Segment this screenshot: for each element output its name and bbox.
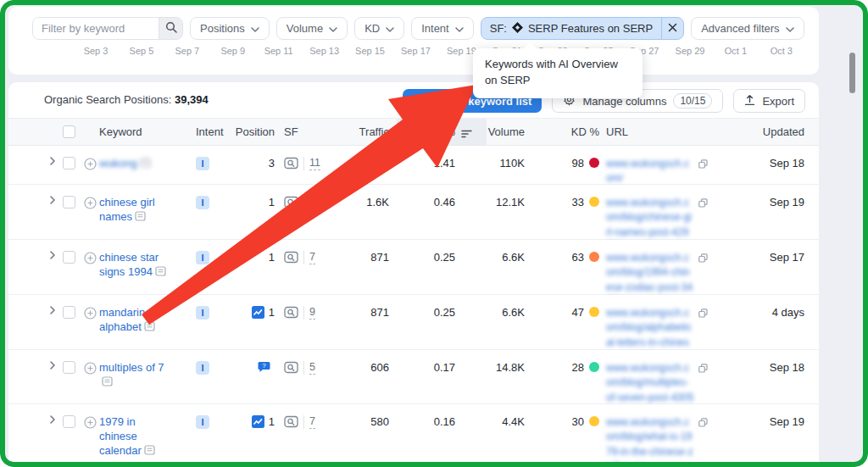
keyword-link[interactable]: chinese star signs 1994 <box>99 251 169 280</box>
snapshot-icon <box>144 321 155 331</box>
sf-chip-prefix: SF: <box>490 22 507 35</box>
header-traffic[interactable]: Traffic <box>335 119 389 145</box>
kd-difficulty-dot <box>589 416 599 426</box>
header-kd[interactable]: KD % <box>538 119 599 145</box>
expand-row-chevron-icon[interactable] <box>48 306 60 314</box>
keyword-filter-input[interactable] <box>33 18 159 39</box>
sf-count-link[interactable]: 7 <box>309 251 315 264</box>
axis-tick: Sep 17 <box>397 46 434 56</box>
filter-bar: Positions Volume KD Intent SF: SERP Feat… <box>32 17 804 40</box>
serp-preview-icon[interactable] <box>284 361 298 377</box>
sf-count-link[interactable]: 11 <box>309 157 320 170</box>
vertical-scrollbar-thumb[interactable] <box>849 53 855 93</box>
chevron-down-icon <box>251 22 259 35</box>
add-to-list-icon[interactable] <box>84 197 97 213</box>
header-sf[interactable]: SF <box>284 119 298 145</box>
url-link[interactable]: www.wukongsch.com/ <box>606 157 694 186</box>
updated-cell: Sep 19 <box>720 415 804 428</box>
volume-filter-dropdown[interactable]: Volume <box>276 17 348 40</box>
expand-row-chevron-icon[interactable] <box>48 415 60 424</box>
kd-filter-dropdown[interactable]: KD <box>354 17 404 40</box>
sf-cell: 11 <box>284 157 343 173</box>
sf-count-link[interactable]: 5 <box>309 361 315 375</box>
updated-cell: Sep 17 <box>720 251 804 264</box>
add-to-list-icon[interactable] <box>84 416 97 432</box>
external-link-icon[interactable] <box>698 196 708 211</box>
intent-filter-label: Intent <box>421 22 449 35</box>
row-checkbox[interactable] <box>63 415 75 428</box>
external-link-icon[interactable] <box>698 415 708 431</box>
axis-tick: Oct 3 <box>763 46 800 56</box>
header-url[interactable]: URL <box>606 119 628 145</box>
header-position[interactable]: Position <box>212 119 275 145</box>
add-to-list-icon[interactable] <box>84 307 97 323</box>
keyword-link[interactable]: mandarin alphabet <box>99 306 169 335</box>
row-checkbox-cell <box>63 415 76 428</box>
row-checkbox[interactable] <box>63 157 75 170</box>
table-row: multiples of 7 I ? 5 606 0.17 14.8K 28 w… <box>8 350 819 404</box>
traffic-pct-cell: 0.25 <box>403 306 455 319</box>
external-link-icon[interactable] <box>698 251 708 266</box>
serp-feature-position-icon <box>252 415 264 431</box>
row-checkbox[interactable] <box>63 251 75 264</box>
external-link-icon[interactable] <box>698 361 708 376</box>
sf-count-link[interactable]: 9 <box>309 306 315 320</box>
row-checkbox[interactable] <box>63 361 75 374</box>
row-checkbox[interactable] <box>63 196 75 208</box>
serp-preview-icon[interactable] <box>284 251 298 267</box>
sf-chip-label: SERP Features on SERP <box>528 22 653 35</box>
serp-preview-icon[interactable] <box>284 157 298 173</box>
axis-tick: Sep 15 <box>352 46 389 56</box>
intent-badge: I <box>196 306 209 320</box>
chevron-down-icon <box>386 22 394 35</box>
add-to-list-icon[interactable] <box>84 252 97 268</box>
row-checkbox-cell <box>63 251 76 264</box>
tooltip-text: Keywords with AI Overview on SERP <box>485 58 618 86</box>
traffic-pct-cell: 0.16 <box>403 415 455 428</box>
select-all-checkbox[interactable] <box>63 125 75 138</box>
expand-row-chevron-icon[interactable] <box>48 361 60 370</box>
updated-cell: 4 days <box>720 306 804 319</box>
header-updated[interactable]: Updated <box>720 119 804 145</box>
header-traffic-pct-label: Traffic % <box>412 125 455 138</box>
sf-filter-chip[interactable]: SF: SERP Features on SERP <box>481 17 684 40</box>
serp-preview-icon[interactable] <box>284 415 298 431</box>
sf-chip-remove-button[interactable] <box>661 18 683 39</box>
serp-preview-icon[interactable] <box>284 196 298 212</box>
keyword-cell: chinese girl names <box>84 196 184 225</box>
intent-cell: I <box>196 196 213 209</box>
add-to-list-icon[interactable] <box>84 362 97 378</box>
add-to-list-icon[interactable] <box>84 158 97 174</box>
position-cell: ? <box>212 361 275 375</box>
intent-filter-dropdown[interactable]: Intent <box>411 17 474 40</box>
traffic-pct-cell: 1.41 <box>403 157 455 170</box>
traffic-cell: 1.6K <box>335 196 389 208</box>
keyword-link[interactable]: wukong <box>99 157 169 171</box>
snapshot-icon <box>140 158 151 168</box>
header-keyword[interactable]: Keyword <box>99 119 142 145</box>
expand-row-chevron-icon[interactable] <box>48 251 60 259</box>
kd-difficulty-dot <box>589 197 599 207</box>
positions-filter-label: Positions <box>200 22 245 35</box>
header-traffic-pct[interactable]: Traffic % <box>403 119 455 145</box>
search-button[interactable] <box>159 18 182 39</box>
serp-preview-icon[interactable] <box>284 306 298 322</box>
header-volume[interactable]: Volume <box>470 119 525 145</box>
export-button[interactable]: Export <box>733 89 805 113</box>
updated-cell: Sep 19 <box>720 196 804 208</box>
advanced-filters-label: Advanced filters <box>701 22 780 35</box>
advanced-filters-dropdown[interactable]: Advanced filters <box>691 17 804 40</box>
keyword-link[interactable]: 1979 in chinese calendar <box>99 415 169 459</box>
header-sf-label: SF <box>284 125 298 138</box>
expand-row-chevron-icon[interactable] <box>48 196 60 204</box>
sf-count-link[interactable]: 7 <box>309 415 315 429</box>
row-checkbox[interactable] <box>63 306 75 319</box>
url-link[interactable]: www.wukongsch.com/blog/what-is-1979-in-t… <box>606 415 694 467</box>
external-link-icon[interactable] <box>698 306 708 321</box>
positions-filter-dropdown[interactable]: Positions <box>190 17 270 40</box>
keyword-link[interactable]: chinese girl names <box>99 196 169 225</box>
keyword-link[interactable]: multiples of 7 <box>99 361 169 390</box>
svg-text:?: ? <box>262 362 266 370</box>
expand-row-chevron-icon[interactable] <box>48 157 60 165</box>
external-link-icon[interactable] <box>698 157 708 172</box>
